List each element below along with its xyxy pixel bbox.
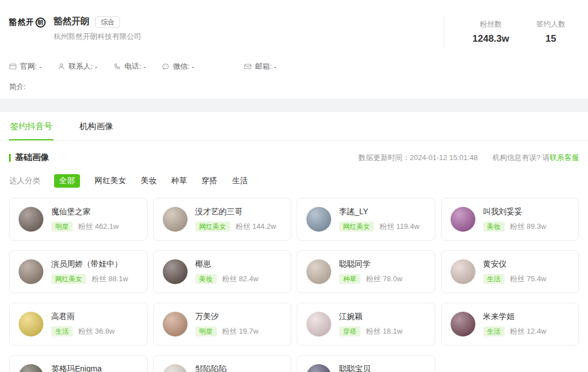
- tab-签约抖音号[interactable]: 签约抖音号: [9, 112, 54, 140]
- creator-name: 米来学姐: [483, 312, 546, 322]
- email-icon: [244, 63, 252, 70]
- creator-category-tag: 网红美女: [51, 274, 86, 284]
- creator-cards-grid: 魔仙堡之家明星粉丝 462.1w没才艺的三哥网红美女粉丝 144.2w李謠_LY…: [9, 198, 579, 372]
- creator-category-tag: 美妆: [195, 274, 217, 284]
- contact-label: 官网:: [20, 61, 37, 72]
- contact-person-icon: [57, 63, 65, 70]
- contact-item: 邮箱:-: [244, 61, 277, 72]
- org-logo-circle: 朗: [35, 17, 46, 28]
- creator-avatar: [306, 259, 331, 284]
- creator-name: 没才艺的三哥: [195, 207, 277, 217]
- creator-fans-count: 粉丝 144.2w: [236, 222, 277, 232]
- website-icon: [9, 63, 17, 70]
- creator-name: 高君雨: [51, 312, 114, 322]
- contact-value: -: [192, 63, 194, 71]
- filter-option-种草[interactable]: 种草: [171, 174, 187, 188]
- creator-name: 聪聪宝贝: [339, 364, 398, 372]
- creator-card[interactable]: 李謠_LY网红美女粉丝 119.4w: [297, 198, 435, 241]
- creator-card[interactable]: 邹陷陷陷网红美女粉丝 7.6w: [153, 355, 292, 372]
- org-logo: 豁然开 朗: [9, 17, 46, 28]
- tabs-bar: 签约抖音号机构画像: [0, 112, 588, 141]
- creator-card[interactable]: 叫我刘妥妥美妆粉丝 89.3w: [441, 198, 580, 241]
- intro-label: 简介:: [9, 82, 579, 92]
- creator-card[interactable]: 聪聪同学种草粉丝 78.0w: [297, 250, 435, 293]
- creator-category-tag: 生活: [483, 326, 505, 336]
- stat-label: 粉丝数: [473, 19, 509, 29]
- filter-option-全部[interactable]: 全部: [54, 174, 80, 188]
- creator-card[interactable]: 万美汐明星粉丝 19.7w: [153, 303, 292, 346]
- creator-fans-count: 粉丝 78.0w: [366, 274, 402, 284]
- filter-option-生活[interactable]: 生活: [232, 174, 248, 188]
- contact-item: 电话:-: [113, 61, 146, 72]
- contact-value: -: [95, 63, 97, 71]
- section-title: 基础画像: [15, 152, 49, 163]
- creator-fans-count: 粉丝 88.1w: [92, 274, 128, 284]
- creator-avatar: [19, 207, 43, 232]
- org-logo-text: 豁然开: [9, 17, 34, 28]
- filter-option-美妆[interactable]: 美妆: [141, 174, 157, 188]
- stat-item: 粉丝数1248.3w: [473, 19, 509, 45]
- org-category-badge: 综合: [95, 16, 120, 28]
- org-title: 豁然开朗: [54, 16, 90, 28]
- creator-name: 江婉颖: [339, 312, 402, 322]
- creator-avatar: [163, 259, 188, 284]
- creator-card[interactable]: 演员周娇（带娃中）网红美女粉丝 88.1w: [9, 250, 148, 293]
- creator-card[interactable]: 魔仙堡之家明星粉丝 462.1w: [9, 198, 148, 241]
- tab-机构画像[interactable]: 机构画像: [78, 112, 114, 140]
- creator-fans-count: 粉丝 75.4w: [510, 274, 546, 284]
- section-accent-bar: [9, 154, 11, 162]
- creator-card[interactable]: 黄安仪生活粉丝 75.4w: [441, 250, 580, 293]
- creator-name: 聪聪同学: [339, 259, 402, 269]
- creator-name: 魔仙堡之家: [51, 207, 119, 217]
- creator-avatar: [451, 207, 475, 232]
- wechat-icon: [162, 63, 170, 70]
- creator-fans-count: 粉丝 89.3w: [510, 222, 546, 232]
- creator-avatar: [306, 364, 331, 372]
- section-divider-band: [0, 99, 588, 112]
- org-company-name: 杭州豁然开朗科技有限公司: [54, 32, 141, 42]
- stat-label: 签约人数: [536, 19, 565, 29]
- creator-avatar: [19, 364, 43, 372]
- creator-avatar: [163, 312, 188, 336]
- creator-card[interactable]: 米来学姐生活粉丝 12.4w: [441, 303, 580, 346]
- contact-item: 联系人:-: [57, 61, 97, 72]
- error-hint-text: 机构信息有误? 请: [492, 153, 550, 162]
- update-time-value: 2024-01-12 15:01:48: [409, 153, 478, 162]
- creator-avatar: [306, 207, 331, 232]
- creator-avatar: [19, 312, 43, 336]
- stat-value: 15: [536, 33, 565, 45]
- creator-name: 邹陷陷陷: [195, 364, 268, 372]
- creator-avatar: [163, 207, 188, 232]
- contact-value: -: [39, 63, 42, 71]
- creator-category-tag: 网红美女: [195, 222, 230, 232]
- creator-card[interactable]: 高君雨生活粉丝 36.8w: [9, 303, 148, 346]
- contact-label: 微信:: [173, 61, 190, 72]
- contact-info-row: 官网:-联系人:-电话:-微信:-邮箱:-: [9, 61, 579, 72]
- contact-label: 联系人:: [69, 61, 93, 72]
- creator-card[interactable]: 聪聪宝贝穿搭粉丝 5.1w: [297, 355, 435, 372]
- creator-card[interactable]: 江婉颖穿搭粉丝 18.1w: [297, 303, 435, 346]
- creator-card[interactable]: 椰崽美妆粉丝 82.4w: [153, 250, 292, 293]
- stat-item: 签约人数15: [536, 19, 565, 45]
- stat-value: 1248.3w: [473, 33, 509, 45]
- creator-avatar: [19, 259, 43, 284]
- creator-name: 椰崽: [195, 259, 259, 269]
- creator-avatar: [163, 364, 188, 372]
- org-header: 豁然开 朗 豁然开朗 综合 杭州豁然开朗科技有限公司 粉丝数1248.3w签约人…: [0, 0, 588, 99]
- creator-card[interactable]: 英格玛Enigma明星粉丝 9.6w: [9, 355, 148, 372]
- creator-name: 李謠_LY: [339, 207, 420, 217]
- creator-name: 万美汐: [195, 312, 259, 322]
- creator-card[interactable]: 没才艺的三哥网红美女粉丝 144.2w: [153, 198, 292, 241]
- filter-option-网红美女[interactable]: 网红美女: [95, 174, 126, 188]
- creator-avatar: [451, 259, 475, 284]
- phone-icon: [113, 63, 121, 70]
- creator-name: 英格玛Enigma: [51, 364, 110, 372]
- contact-label: 邮箱:: [255, 61, 272, 72]
- creator-category-tag: 明星: [51, 222, 73, 232]
- creator-fans-count: 粉丝 462.1w: [78, 222, 119, 232]
- filter-option-穿搭[interactable]: 穿搭: [202, 174, 217, 188]
- signed-accounts-panel: 基础画像 数据更新时间：2024-01-12 15:01:48机构信息有误? 请…: [0, 141, 588, 372]
- contact-item: 微信:-: [162, 61, 194, 72]
- creator-category-tag: 美妆: [483, 222, 505, 232]
- contact-service-link[interactable]: 联系客服: [550, 153, 579, 162]
